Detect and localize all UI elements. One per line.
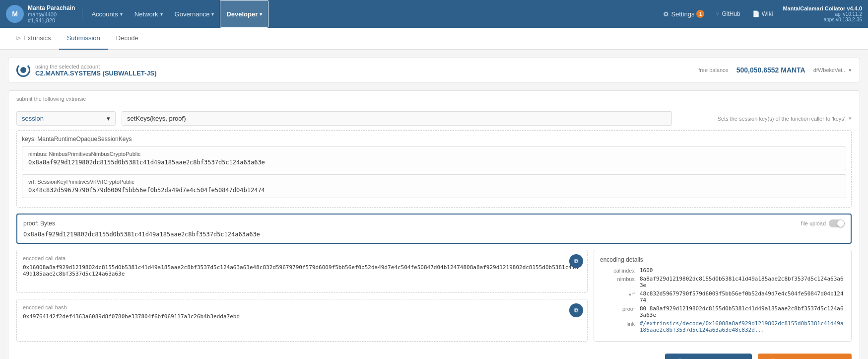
subnav-arrow-icon: ⊳ <box>16 34 21 42</box>
governance-chevron-icon: ▾ <box>211 11 214 17</box>
proof-field: proof: Bytes file upload <box>16 214 852 244</box>
github-link[interactable]: ⑂ GitHub <box>709 10 745 17</box>
nimbus-label: nimbus: NimbusPrimitivesNimbusCryptoPubl… <box>28 151 840 157</box>
call-data-value: 0x16008a8af929d1219802dc8155d0b5381c41d4… <box>23 264 581 277</box>
proof-input[interactable] <box>23 231 845 238</box>
settings-icon: ⚙ <box>663 10 669 18</box>
logo[interactable]: M Manta Parachain manta/4400 #1,941,820 <box>6 4 75 23</box>
account-selector-left: using the selected account C2.MANTA.SYST… <box>16 63 157 77</box>
nimbus-value: 0x8a8af929d1219802dc8155d0b5381c41d49a18… <box>28 159 840 166</box>
enc-proof-key: proof <box>600 305 635 312</box>
enc-vrf-row: vrf 48c832d59679790f579d6009f5bb56ef0b52… <box>600 290 845 303</box>
settings-button[interactable]: ⚙ Settings 1 <box>658 10 709 18</box>
submit-unsigned-button[interactable]: ↪ Submit Unsigned <box>665 354 752 359</box>
enc-proof-val: 80 8a8af929d1219802dc8155d0b5381c41d49a1… <box>640 305 845 318</box>
proof-label: proof: Bytes <box>23 220 55 227</box>
encoding-details-title: encoding details <box>600 256 845 263</box>
encoded-section: encoded call data 0x16008a8af929d1219802… <box>8 250 860 342</box>
proof-toggle: file upload <box>801 219 845 227</box>
developer-chevron-icon: ▾ <box>260 11 262 17</box>
desc-chevron-icon: ▾ <box>849 115 852 122</box>
account-balance: #1,941,820 <box>28 17 75 23</box>
using-text: using the selected account <box>35 64 157 70</box>
extrinsic-row: session setKeys(keys, proof) Sets the se… <box>8 107 860 130</box>
account-display[interactable]: C2.MANTA.SYSTEMS (SUBWALLET-JS) <box>35 70 157 77</box>
main-content: using the selected account C2.MANTA.SYST… <box>0 50 868 359</box>
free-balance-label: free balance <box>698 67 729 73</box>
spinner-icon <box>16 63 30 77</box>
encoded-left: encoded call data 0x16008a8af929d1219802… <box>16 250 588 342</box>
topnav: M Manta Parachain manta/4400 #1,941,820 … <box>0 0 868 28</box>
nav-network[interactable]: Network ▾ <box>129 0 169 28</box>
github-icon: ⑂ <box>716 10 720 17</box>
settings-badge: 1 <box>696 10 704 18</box>
enc-callindex-row: callindex 1600 <box>600 267 845 274</box>
enc-nimbus-row: nimbus 8a8af929d1219802dc8155d0b5381c41d… <box>600 276 845 288</box>
vrf-value: 0x48c832d59679790f579d6009f5bb56ef0b52da… <box>28 187 840 194</box>
wiki-link[interactable]: 📄 Wiki <box>745 10 778 17</box>
enc-link-key: link <box>600 320 635 327</box>
nav-governance[interactable]: Governance ▾ <box>169 0 220 28</box>
account-selector: using the selected account C2.MANTA.SYST… <box>8 58 860 82</box>
submit-transaction-button[interactable]: ↪ Submit Transaction <box>758 354 852 359</box>
call-data-title: encoded call data <box>23 255 581 261</box>
call-hash-title: encoded call hash <box>23 304 581 310</box>
nav-separator <box>82 6 82 21</box>
free-balance-value: 500,050.6552 MANTA <box>736 66 805 74</box>
keys-label: keys: MantaRuntimeOpaqueSessionKeys <box>22 136 846 143</box>
network-chevron-icon: ▾ <box>160 11 163 17</box>
copy-call-data-button[interactable]: ⧉ <box>569 254 583 268</box>
toggle-thumb <box>837 220 844 227</box>
subnav: ⊳ Extrinsics Submission Decode <box>0 28 868 50</box>
proof-header: proof: Bytes file upload <box>23 219 845 227</box>
account-selector-right: free balance 500,050.6552 MANTA dfWbekcV… <box>698 66 852 74</box>
module-chevron-icon <box>107 115 110 122</box>
extrinsic-header: submit the following extrinsic <box>8 91 860 107</box>
encoded-call-data-card: encoded call data 0x16008a8af929d1219802… <box>16 250 588 293</box>
encoded-row: encoded call data 0x16008a8af929d1219802… <box>16 250 852 342</box>
wiki-icon: 📄 <box>752 10 760 17</box>
file-upload-toggle[interactable] <box>829 219 845 227</box>
enc-callindex-val: 1600 <box>640 267 845 274</box>
encoded-call-hash-card: encoded call hash 0x49764142f2def4363a60… <box>16 299 588 342</box>
submit-row: ↪ Submit Unsigned ↪ Submit Transaction <box>8 348 860 359</box>
enc-vrf-val: 48c832d59679790f579d6009f5bb56ef0b52da49… <box>640 290 845 303</box>
subnav-decode[interactable]: Decode <box>108 28 146 50</box>
nav-accounts[interactable]: Accounts ▾ <box>85 0 128 28</box>
account-sub: manta/4400 <box>28 11 75 17</box>
nav-developer[interactable]: Developer ▾ <box>220 0 268 28</box>
enc-link-val[interactable]: #/extrinsics/decode/0x16008a8af929d12198… <box>640 320 845 333</box>
enc-vrf-key: vrf <box>600 290 635 297</box>
subnav-submission[interactable]: Submission <box>59 28 108 50</box>
extrinsic-call-selector[interactable]: setKeys(keys, proof) <box>122 111 672 126</box>
extrinsic-card: submit the following extrinsic session s… <box>8 90 860 359</box>
enc-link-row: link #/extrinsics/decode/0x16008a8af929d… <box>600 320 845 333</box>
corner-info: Manta/Calamari Collator v4.4.0 api v10.1… <box>783 5 862 22</box>
dropdown-arrow-icon: ▾ <box>849 67 852 73</box>
enc-nimbus-val: 8a8af929d1219802dc8155d0b5381c41d49a185a… <box>640 276 845 288</box>
vrf-field: vrf: SessionKeyPrimitivesVrfVrfCryptoPub… <box>22 174 846 198</box>
nimbus-field: nimbus: NimbusPrimitivesNimbusCryptoPubl… <box>22 146 846 170</box>
enc-callindex-key: callindex <box>600 267 635 274</box>
accounts-chevron-icon: ▾ <box>120 11 123 17</box>
subnav-extrinsics[interactable]: ⊳ Extrinsics <box>8 28 59 50</box>
vrf-label: vrf: SessionKeyPrimitivesVrfVrfCryptoPub… <box>28 179 840 185</box>
copy-call-hash-button[interactable]: ⧉ <box>569 303 583 317</box>
enc-nimbus-key: nimbus <box>600 276 635 282</box>
call-hash-value: 0x49764142f2def4363a6089d8f0780be337804f… <box>23 313 581 320</box>
logo-circle: M <box>6 5 24 23</box>
account-name: Manta Parachain <box>28 4 75 11</box>
module-name: session <box>22 115 44 122</box>
enc-proof-row: proof 80 8a8af929d1219802dc8155d0b5381c4… <box>600 305 845 318</box>
encoding-details-card: encoding details callindex 1600 nimbus 8… <box>594 250 852 342</box>
call-name: setKeys(keys, proof) <box>127 115 186 122</box>
account-selector-text: using the selected account C2.MANTA.SYST… <box>35 64 157 77</box>
extrinsic-description: Sets the session key(s) of the function … <box>678 115 852 122</box>
balance-address[interactable]: dfWbekcVei... ▾ <box>813 67 852 73</box>
nav-right: ⚙ Settings 1 ⑂ GitHub 📄 Wiki Manta/Calam… <box>658 5 862 22</box>
keys-section: keys: MantaRuntimeOpaqueSessionKeys nimb… <box>16 130 852 208</box>
account-info: Manta Parachain manta/4400 #1,941,820 <box>28 4 75 23</box>
extrinsic-module-selector[interactable]: session <box>16 111 116 126</box>
